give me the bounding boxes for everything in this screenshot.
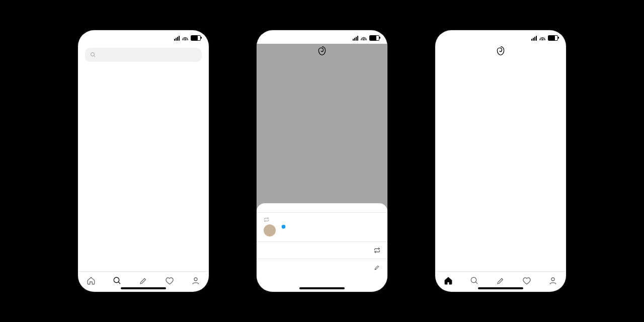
search-icon — [90, 52, 96, 58]
tab-home[interactable] — [87, 276, 96, 287]
option-repost[interactable] — [257, 242, 387, 259]
battery-icon — [548, 35, 558, 41]
wifi-icon — [182, 36, 188, 40]
option-quote[interactable] — [257, 259, 387, 276]
tab-compose[interactable] — [139, 276, 148, 287]
signal-icon — [174, 36, 180, 41]
tab-activity[interactable] — [165, 276, 174, 287]
status-bar — [78, 30, 209, 44]
signal-icon — [353, 36, 358, 41]
home-indicator[interactable] — [121, 287, 166, 289]
reposted-label — [264, 217, 380, 222]
home-indicator[interactable] — [478, 287, 523, 289]
tab-compose[interactable] — [496, 276, 505, 287]
phone-repost — [257, 30, 387, 292]
signal-icon — [531, 36, 537, 41]
username[interactable] — [280, 224, 380, 229]
quote-icon — [374, 264, 380, 271]
tab-profile[interactable] — [548, 276, 557, 287]
tab-search[interactable] — [470, 276, 479, 287]
battery-icon — [369, 35, 379, 41]
phone-search — [78, 30, 209, 292]
avatar[interactable] — [264, 224, 276, 236]
status-bar — [435, 30, 566, 44]
svg-point-4 — [551, 278, 554, 281]
tab-profile[interactable] — [191, 276, 200, 287]
phone-feed — [435, 30, 566, 292]
wifi-icon — [361, 36, 367, 40]
repost-sheet — [257, 203, 387, 292]
home-indicator[interactable] — [299, 287, 345, 289]
threads-logo — [442, 44, 559, 58]
tab-home[interactable] — [444, 276, 453, 287]
repost-icon — [374, 247, 380, 254]
verified-icon — [281, 224, 286, 229]
wifi-icon — [539, 36, 545, 40]
status-bar — [257, 30, 387, 44]
svg-point-3 — [471, 277, 476, 283]
search-input[interactable] — [85, 48, 202, 62]
tab-activity[interactable] — [522, 276, 531, 287]
svg-point-0 — [91, 53, 95, 56]
svg-point-1 — [114, 277, 119, 283]
battery-icon — [191, 35, 201, 41]
tab-search[interactable] — [113, 276, 122, 287]
svg-point-2 — [194, 278, 197, 281]
